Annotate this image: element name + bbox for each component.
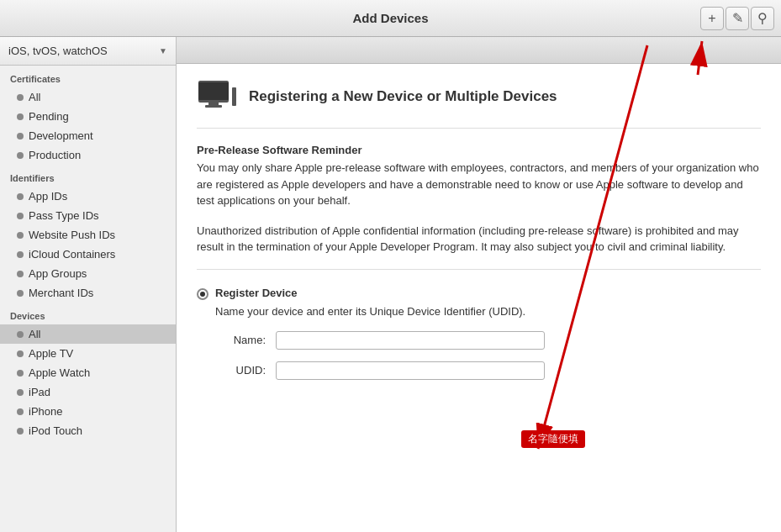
identifiers-section-header: Identifiers [0, 165, 176, 187]
sidebar-item-label: iCloud Containers [29, 248, 166, 261]
pre-release-notice: Pre-Release Software Reminder You may on… [197, 144, 761, 209]
sidebar-item-cert-development[interactable]: Development [0, 126, 176, 145]
monitor-icon [197, 81, 237, 113]
sidebar-item-ipad[interactable]: iPad [0, 382, 176, 402]
dot-icon [17, 193, 24, 200]
name-input[interactable] [276, 331, 545, 350]
svg-rect-3 [205, 105, 222, 108]
sidebar-item-app-groups[interactable]: App Groups [0, 264, 176, 283]
sidebar-item-label: App IDs [29, 190, 166, 203]
dot-icon [17, 213, 24, 219]
sidebar-item-label: All [29, 328, 166, 340]
udid-input[interactable] [276, 361, 545, 380]
sidebar-item-ipod-touch[interactable]: iPod Touch [0, 421, 176, 440]
sidebar-item-label: Production [29, 149, 166, 161]
header-title: Add Devices [352, 11, 428, 25]
sidebar-item-label: Apple TV [29, 347, 166, 360]
dot-icon [17, 152, 24, 159]
dot-icon [17, 133, 24, 140]
sidebar-item-label: App Groups [29, 267, 166, 280]
sidebar-item-apple-watch[interactable]: Apple Watch [0, 363, 176, 382]
svg-rect-2 [208, 103, 219, 105]
sidebar-item-label: Development [29, 129, 166, 142]
notice-text: You may only share Apple pre-release sof… [197, 160, 761, 209]
devices-section-header: Devices [0, 303, 176, 324]
sidebar-item-label: Pending [29, 110, 166, 123]
sidebar-item-label: iPod Touch [29, 424, 166, 437]
dot-icon [17, 113, 24, 120]
header-actions: + ✎ ⚲ [700, 7, 774, 30]
dot-icon [17, 232, 24, 239]
chevron-down-icon: ▼ [159, 46, 167, 55]
add-button[interactable]: + [700, 7, 724, 30]
sidebar-item-label: Website Push IDs [29, 229, 166, 241]
device-registration-title: Registering a New Device or Multiple Dev… [249, 88, 557, 105]
content-body: Registering a New Device or Multiple Dev… [177, 64, 781, 408]
device-registration-header: Registering a New Device or Multiple Dev… [197, 81, 761, 129]
sidebar-item-label: iPad [29, 386, 166, 398]
edit-button[interactable]: ✎ [726, 7, 749, 30]
svg-rect-4 [232, 87, 236, 106]
register-device-radio[interactable] [197, 288, 208, 300]
dot-icon [17, 331, 24, 338]
dot-icon [17, 389, 24, 396]
sidebar-item-label: iPhone [29, 405, 166, 418]
unauthorized-notice: Unauthorized distribution of Apple confi… [197, 223, 761, 255]
dot-icon [17, 350, 24, 357]
sidebar-item-devices-all[interactable]: All [0, 324, 176, 344]
dot-icon [17, 94, 24, 101]
header: Add Devices + ✎ ⚲ [0, 0, 781, 37]
register-device-radio-row: Register Device [197, 287, 761, 300]
sidebar-item-label: Apple Watch [29, 366, 166, 379]
dot-icon [17, 251, 24, 258]
device-icon [197, 81, 237, 113]
sidebar-item-label: Merchant IDs [29, 287, 166, 299]
sidebar-item-iphone[interactable]: iPhone [0, 402, 176, 421]
udid-form-row: UDID: [215, 361, 761, 380]
certificates-section-header: Certificates [0, 66, 176, 87]
udid-label: UDID: [215, 364, 266, 377]
sidebar-item-icloud-containers[interactable]: iCloud Containers [0, 245, 176, 264]
sidebar-item-cert-production[interactable]: Production [0, 145, 176, 165]
sidebar-item-pass-type-ids[interactable]: Pass Type IDs [0, 206, 176, 225]
platform-dropdown[interactable]: iOS, tvOS, watchOS ▼ [0, 37, 176, 66]
sidebar-item-website-push-ids[interactable]: Website Push IDs [0, 225, 176, 245]
tooltip-badge: 名字隨便填 [521, 430, 585, 448]
sidebar-item-app-ids[interactable]: App IDs [0, 187, 176, 206]
search-button[interactable]: ⚲ [751, 7, 774, 30]
sidebar-item-apple-tv[interactable]: Apple TV [0, 344, 176, 363]
name-form-row: Name: [215, 331, 761, 350]
notice-title: Pre-Release Software Reminder [197, 144, 761, 156]
divider [197, 269, 761, 270]
register-device-section: Register Device Name your device and ent… [197, 287, 761, 380]
dot-icon [17, 271, 24, 277]
main-layout: iOS, tvOS, watchOS ▼ Certificates All Pe… [0, 37, 781, 532]
content-header-bar [177, 37, 781, 64]
content-area: Registering a New Device or Multiple Dev… [177, 37, 781, 532]
sidebar-item-cert-pending[interactable]: Pending [0, 107, 176, 126]
dot-icon [17, 408, 24, 415]
unauthorized-notice-text: Unauthorized distribution of Apple confi… [197, 223, 761, 255]
sidebar-item-label: All [29, 91, 166, 103]
sidebar-item-merchant-ids[interactable]: Merchant IDs [0, 283, 176, 303]
name-label: Name: [215, 334, 266, 346]
register-device-label: Register Device [215, 287, 298, 299]
dot-icon [17, 290, 24, 297]
dot-icon [17, 428, 24, 435]
register-device-description: Name your device and enter its Unique De… [215, 305, 761, 318]
sidebar-item-label: Pass Type IDs [29, 209, 166, 222]
sidebar-item-cert-all[interactable]: All [0, 87, 176, 107]
sidebar: iOS, tvOS, watchOS ▼ Certificates All Pe… [0, 37, 177, 532]
dot-icon [17, 370, 24, 377]
svg-rect-1 [198, 82, 229, 100]
platform-dropdown-label: iOS, tvOS, watchOS [8, 45, 154, 57]
